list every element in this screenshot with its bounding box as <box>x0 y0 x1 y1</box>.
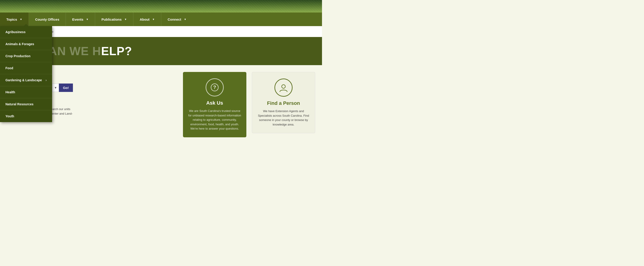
nav-connect[interactable]: Connect ▼ <box>161 13 193 26</box>
about-chevron-icon: ▼ <box>152 18 155 21</box>
dropdown-item-crop[interactable]: Crop Production <box>0 50 52 62</box>
svg-point-2 <box>282 85 285 88</box>
county-offices-label: County Offices <box>35 18 59 21</box>
topics-label: Topics <box>6 18 17 21</box>
select-arrow-icon: ▼ <box>52 83 59 92</box>
find-person-card[interactable]: Find a Person We have Extension Agents a… <box>252 72 315 133</box>
nav-about[interactable]: About ▼ <box>133 13 161 26</box>
dropdown-item-animals[interactable]: Animals & Forages <box>0 38 52 50</box>
events-label: Events <box>72 18 83 21</box>
find-person-title: Find a Person <box>267 100 300 106</box>
ask-us-title: Ask Us <box>206 100 223 106</box>
nav-events[interactable]: Events ▼ <box>66 13 95 26</box>
main-navbar: Topics ▼ Agribusiness Animals & Forages … <box>0 13 322 26</box>
dropdown-item-gardening[interactable]: Gardening & Landscape › <box>0 74 52 86</box>
ask-us-text: We are South Carolina's trusted source f… <box>188 109 242 131</box>
gardening-arrow-icon: › <box>46 78 47 82</box>
svg-text:?: ? <box>213 84 216 90</box>
connect-label: Connect <box>168 18 181 21</box>
dropdown-item-youth[interactable]: Youth <box>0 110 52 122</box>
dropdown-item-natural[interactable]: Natural Resources <box>0 98 52 110</box>
find-person-icon <box>274 79 292 97</box>
hero-image <box>0 0 322 13</box>
nav-county-offices[interactable]: County Offices <box>29 13 66 26</box>
publications-chevron-icon: ▼ <box>124 18 127 21</box>
find-person-text: We have Extension Agents and Specialists… <box>256 109 310 127</box>
dropdown-item-health[interactable]: Health <box>0 86 52 98</box>
publications-label: Publications <box>102 18 122 21</box>
nav-topics[interactable]: Topics ▼ Agribusiness Animals & Forages … <box>0 13 29 26</box>
topics-chevron-icon: ▼ <box>20 18 22 21</box>
go-button[interactable]: Go! <box>59 83 73 92</box>
nav-publications[interactable]: Publications ▼ <box>95 13 133 26</box>
about-label: About <box>140 18 150 21</box>
dropdown-item-food[interactable]: Food <box>0 62 52 74</box>
dropdown-arrow <box>24 24 28 26</box>
dropdown-item-agribusiness[interactable]: Agribusiness <box>0 26 52 38</box>
events-chevron-icon: ▼ <box>86 18 88 21</box>
connect-chevron-icon: ▼ <box>184 18 186 21</box>
ask-us-icon: ? <box>206 78 224 96</box>
topics-dropdown: Agribusiness Animals & Forages Crop Prod… <box>0 26 52 122</box>
ask-us-card[interactable]: ? Ask Us We are South Carolina's trusted… <box>183 72 246 137</box>
